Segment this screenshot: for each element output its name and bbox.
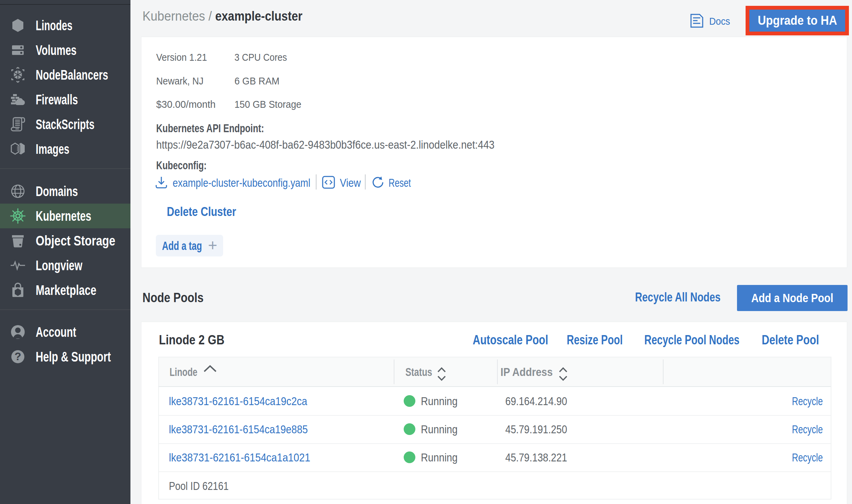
svg-text:?: ? bbox=[14, 350, 21, 363]
